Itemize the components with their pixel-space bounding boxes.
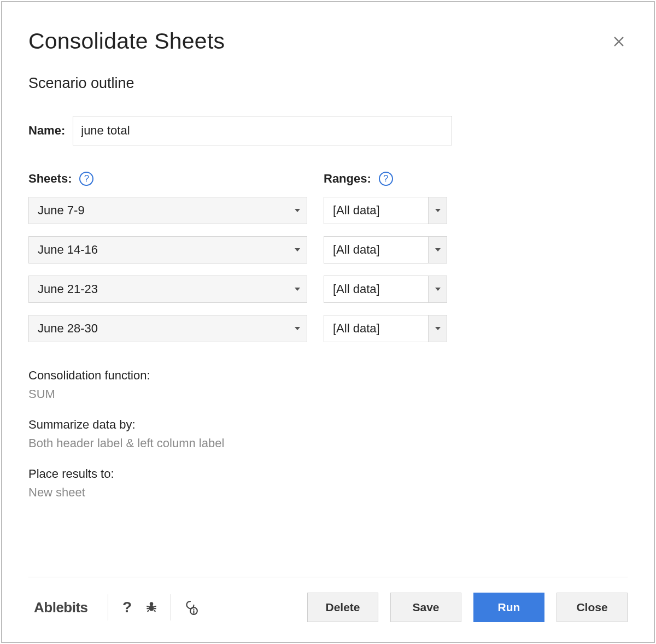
sheet-dropdown-value: June 7-9 [38,203,288,218]
chevron-down-icon [428,197,447,224]
help-icon[interactable]: ? [79,172,93,186]
ranges-label: Ranges: [324,172,371,186]
sheet-range-row: June 14-16 [All data] [28,236,628,264]
place-results-block: Place results to: New sheet [28,467,628,500]
range-dropdown[interactable]: [All data] [324,236,447,264]
dialog-header: Consolidate Sheets [28,28,628,54]
sheet-range-rows: June 7-9 [All data] June 14-16 [All data… [28,197,628,342]
sheet-dropdown[interactable]: June 7-9 [28,197,307,224]
range-dropdown[interactable]: [All data] [324,315,447,342]
svg-line-9 [154,610,155,611]
sheet-dropdown-value: June 28-30 [38,321,288,336]
chevron-down-icon [288,237,307,263]
brand-logo: Ablebits [28,599,98,616]
range-dropdown-value: [All data] [333,203,428,218]
scenario-outline-heading: Scenario outline [28,75,628,92]
sheet-range-row: June 28-30 [All data] [28,315,628,342]
bug-icon[interactable] [142,598,161,617]
place-results-value: New sheet [28,485,628,500]
name-row: Name: [28,116,628,145]
consolidation-function-value: SUM [28,387,628,401]
sheet-dropdown[interactable]: June 21-23 [28,276,307,303]
sheet-dropdown[interactable]: June 28-30 [28,315,307,342]
svg-rect-3 [149,605,154,611]
footer-divider [28,577,628,577]
sheet-range-row: June 21-23 [All data] [28,276,628,303]
footer-buttons: Delete Save Run Close [307,593,628,622]
sheet-dropdown-value: June 14-16 [38,243,288,257]
summarize-by-label: Summarize data by: [28,418,628,432]
range-dropdown-value: [All data] [333,243,428,257]
summary-section: Consolidation function: SUM Summarize da… [28,368,628,500]
svg-line-7 [154,606,156,607]
dialog-footer: Ablebits ? [28,577,628,642]
chevron-down-icon [288,276,307,302]
chevron-down-icon [428,237,447,263]
svg-line-4 [147,606,149,607]
help-icon[interactable]: ? [118,598,137,617]
help-icon[interactable]: ? [379,172,393,186]
name-label: Name: [28,124,65,138]
range-dropdown[interactable]: [All data] [324,276,447,303]
columns-header: Sheets: ? Ranges: ? [28,172,628,186]
range-dropdown[interactable]: [All data] [324,197,447,224]
save-button[interactable]: Save [390,593,461,622]
chevron-down-icon [288,197,307,224]
name-input[interactable] [73,116,452,145]
place-results-label: Place results to: [28,467,628,481]
consolidation-function-label: Consolidation function: [28,368,628,383]
summarize-by-value: Both header label & left column label [28,436,628,450]
sheet-dropdown-value: June 21-23 [38,282,288,296]
svg-line-6 [147,610,149,611]
info-icon[interactable] [181,598,200,617]
summarize-by-block: Summarize data by: Both header label & l… [28,418,628,450]
chevron-down-icon [428,276,447,302]
close-button[interactable]: Close [557,593,628,622]
consolidate-sheets-dialog: Consolidate Sheets Scenario outline Name… [1,1,655,643]
chevron-down-icon [288,315,307,342]
run-button[interactable]: Run [473,593,544,622]
sheets-label: Sheets: [28,172,72,186]
consolidation-function-block: Consolidation function: SUM [28,368,628,401]
divider [171,594,171,620]
range-dropdown-value: [All data] [333,282,428,296]
sheet-dropdown[interactable]: June 14-16 [28,236,307,264]
divider [108,594,108,620]
range-dropdown-value: [All data] [333,321,428,336]
dialog-title: Consolidate Sheets [28,28,225,54]
chevron-down-icon [428,315,447,342]
close-icon[interactable] [610,33,628,50]
sheet-range-row: June 7-9 [All data] [28,197,628,224]
delete-button[interactable]: Delete [307,593,378,622]
